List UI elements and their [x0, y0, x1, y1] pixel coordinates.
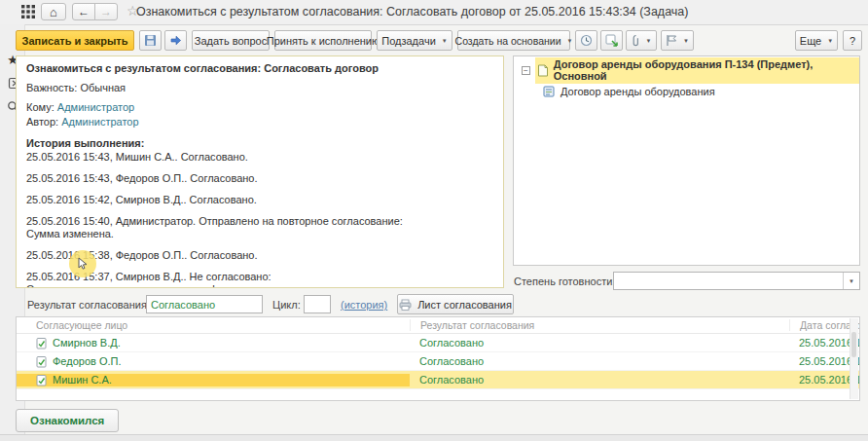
importance-line: Важность: Обычная — [26, 82, 493, 94]
back-button[interactable]: ← — [72, 3, 95, 20]
save-and-close-button[interactable]: Записать и закрыть — [16, 30, 134, 51]
chevron-down-icon[interactable]: ▼ — [843, 273, 859, 289]
take-for-execution-button[interactable]: Принять к исполнению — [274, 30, 372, 51]
home-icon: ⌂ — [50, 6, 57, 18]
tree-root-row[interactable]: − Договор аренды оборудования П-134 (Пре… — [522, 62, 859, 79]
top-bar: ⌂ ← → ☆ Ознакомиться с результатом согла… — [0, 0, 868, 25]
forward-arrow-icon: → — [100, 5, 112, 18]
back-arrow-icon: ← — [78, 5, 90, 18]
more-label: Еще — [800, 35, 821, 47]
create-based-on-button[interactable]: Создать на основании ▼ — [457, 30, 570, 51]
approval-result-cell: Согласовано — [410, 355, 789, 367]
subjects-panel[interactable]: − Договор аренды оборудования П-134 (Пре… — [513, 55, 860, 266]
approval-result-label: Результат согласования: — [27, 299, 150, 311]
history-line: Сумма изменена. — [26, 228, 493, 240]
task-history-button[interactable] — [575, 30, 597, 51]
author-label: Автор: — [26, 116, 58, 128]
ask-question-button[interactable]: Задать вопрос — [192, 30, 270, 51]
blue-arrow-icon — [169, 34, 182, 47]
approvals-table: Согласующее лицо Результат согласования … — [16, 316, 860, 401]
column-header-person[interactable]: Согласующее лицо — [17, 319, 410, 331]
history-line: 25.05.2016 15:40, Администратор. Отправл… — [26, 215, 493, 228]
approver-name: Федоров О.П. — [53, 355, 122, 367]
flag-button[interactable]: ▼ — [661, 30, 694, 51]
approval-sheet-button[interactable]: Лист согласования — [397, 294, 514, 314]
history-entry: 25.05.2016 15:37, Смирнов В.Д.. Не согла… — [26, 271, 493, 288]
history-title: История выполнения: — [26, 137, 493, 150]
home-button[interactable]: ⌂ — [41, 3, 66, 20]
flag-icon — [666, 34, 677, 47]
clock-icon — [580, 34, 593, 47]
forward-button[interactable]: → — [94, 3, 118, 20]
execution-history: 25.05.2016 15:43, Мишин С.А.. Согласован… — [26, 151, 493, 288]
history-line: Слишком маленькая сумма договора! — [26, 283, 493, 288]
table-row[interactable]: Смирнов В.Д. Согласовано 25.05.2016 1... — [17, 334, 859, 352]
chevron-down-icon: ▼ — [683, 38, 689, 44]
structure-chart-icon — [605, 34, 618, 47]
readiness-input[interactable] — [614, 273, 843, 289]
tree-child-row[interactable]: Договор аренды оборудования — [543, 83, 715, 99]
approval-result-field[interactable] — [146, 295, 263, 313]
author-link[interactable]: Администратор — [61, 116, 138, 128]
cycle-label: Цикл: — [272, 299, 301, 311]
to-label: Кому: — [26, 101, 54, 113]
more-button[interactable]: Еще ▼ — [795, 30, 838, 51]
approval-result-cell: Согласовано — [410, 374, 789, 386]
attachments-button[interactable]: ▼ — [626, 30, 657, 51]
history-line: 25.05.2016 15:42, Смирнов В.Д.. Согласов… — [26, 194, 493, 206]
create-based-on-label: Создать на основании — [455, 35, 561, 47]
navigate-button[interactable] — [164, 30, 187, 51]
approval-result-cell: Согласовано — [410, 337, 789, 349]
readiness-combobox[interactable]: ▼ — [613, 272, 860, 290]
column-header-result[interactable]: Результат согласования — [410, 319, 789, 331]
person-doc-icon — [36, 374, 47, 386]
chevron-down-icon: ▼ — [442, 38, 448, 44]
history-entry: 25.05.2016 15:40, Администратор. Отправл… — [26, 215, 493, 240]
subtasks-button[interactable]: Подзадачи ▼ — [377, 30, 452, 51]
floppy-disk-icon — [144, 34, 157, 47]
person-doc-icon — [36, 337, 47, 349]
chevron-down-icon: ▼ — [646, 38, 652, 44]
table-scrollbar[interactable] — [850, 318, 858, 399]
main-menu-button[interactable] — [21, 5, 35, 18]
history-entry: 25.05.2016 15:43, Федоров О.П.. Согласов… — [26, 172, 493, 185]
table-row[interactable]: Федоров О.П. Согласовано 25.05.2016 1... — [17, 352, 859, 371]
tree-root-label: Договор аренды оборудования П-134 (Предм… — [554, 58, 855, 82]
history-entry: 25.05.2016 15:42, Смирнов В.Д.. Согласов… — [26, 194, 493, 206]
scrollbar-thumb[interactable] — [851, 332, 856, 357]
task-structure-button[interactable] — [600, 30, 623, 51]
approver-name: Мишин С.А. — [53, 374, 112, 386]
tree-collapse-icon[interactable]: − — [522, 66, 530, 75]
approval-sheet-label: Лист согласования — [417, 299, 512, 311]
printer-icon — [399, 299, 412, 311]
subtasks-label: Подзадачи — [381, 35, 436, 47]
table-row-selected[interactable]: Мишин С.А. Согласовано 25.05.2016 1... — [17, 371, 859, 389]
author-line: Автор: Администратор — [26, 116, 493, 129]
person-doc-icon — [36, 355, 47, 368]
addressee-link[interactable]: Администратор — [57, 101, 134, 113]
approval-result-input[interactable] — [147, 296, 293, 312]
menu-grid-icon — [21, 5, 35, 18]
task-title: Ознакомиться с результатом согласования:… — [26, 62, 493, 75]
table-header-row: Согласующее лицо Результат согласования … — [17, 317, 859, 334]
mouse-cursor — [69, 250, 96, 277]
history-line: 25.05.2016 15:37, Смирнов В.Д.. Не согла… — [26, 271, 493, 283]
tree-child-label: Договор аренды оборудования — [561, 86, 715, 97]
readiness-label: Степень готовности: — [514, 276, 615, 287]
importance-label: Важность: — [26, 82, 77, 93]
chevron-down-icon: ▼ — [827, 38, 833, 44]
help-button[interactable]: ? — [843, 30, 862, 51]
acknowledged-button[interactable]: Ознакомился — [16, 409, 119, 432]
cycle-field[interactable] — [304, 295, 331, 313]
importance-value: Обычная — [80, 82, 126, 93]
chevron-down-icon: ▼ — [567, 38, 573, 44]
contract-file-icon — [543, 86, 555, 97]
window-title: Ознакомиться с результатом согласования:… — [136, 5, 688, 18]
app-window: ⌂ ← → ☆ Ознакомиться с результатом согла… — [0, 0, 868, 441]
history-line: 25.05.2016 15:38, Федоров О.П.. Согласов… — [26, 249, 493, 262]
history-line: 25.05.2016 15:43, Федоров О.П.. Согласов… — [26, 172, 493, 185]
cycle-history-link[interactable]: (история) — [341, 299, 387, 311]
save-button[interactable] — [139, 30, 162, 51]
approver-name: Смирнов В.Д. — [53, 337, 121, 349]
paperclip-icon — [632, 34, 640, 47]
